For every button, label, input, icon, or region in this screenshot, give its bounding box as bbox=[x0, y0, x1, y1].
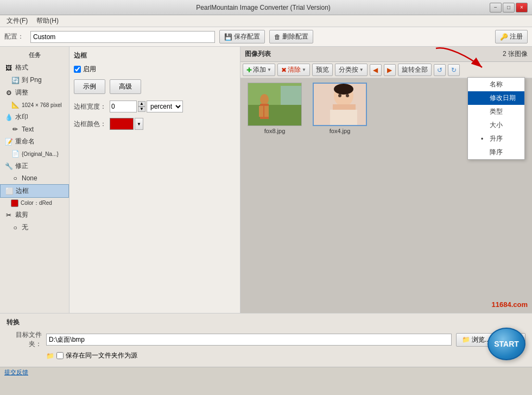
example-button[interactable]: 示例 bbox=[74, 79, 105, 94]
watermark-icon: 💧 bbox=[4, 113, 13, 122]
rotate-all-button[interactable]: 旋转全部 bbox=[398, 64, 432, 76]
enable-checkbox[interactable] bbox=[74, 66, 81, 73]
sort-type[interactable]: 类型 bbox=[468, 105, 524, 118]
sidebar-item-text[interactable]: ✏ Text bbox=[0, 123, 69, 135]
btn-row: 示例 高级 bbox=[74, 79, 236, 94]
sort-size[interactable]: 大小 bbox=[468, 118, 524, 132]
sidebar-item-format[interactable]: 🖼 格式 bbox=[0, 61, 69, 74]
sort-date[interactable]: 修改日期 bbox=[468, 91, 524, 105]
sidebar-item-fix[interactable]: 🔧 修正 bbox=[0, 160, 69, 172]
sidebar-item-none[interactable]: ○ None bbox=[0, 172, 69, 184]
spin-down[interactable]: ▼ bbox=[138, 106, 145, 112]
text-icon: ✏ bbox=[11, 125, 20, 134]
menu-file[interactable]: 文件(F) bbox=[2, 15, 32, 27]
image-item-fox4[interactable]: fox4.jpg bbox=[310, 83, 370, 134]
same-folder-check-row: 📁 保存在同一文件夹作为源 bbox=[46, 351, 137, 360]
sort-arrow-icon: ▼ bbox=[359, 67, 364, 72]
sidebar-item-color-dred[interactable]: Color：dRed bbox=[0, 198, 69, 209]
image-panel: 图像列表 2 张图像 ✚ 添加 ▼ ✖ 清除 ▼ bbox=[240, 47, 532, 313]
sidebar-item-to-png[interactable]: 🔄 到 Png bbox=[0, 74, 69, 86]
menu-help[interactable]: 帮助(H) bbox=[32, 15, 63, 27]
same-folder-checkbox[interactable] bbox=[56, 352, 64, 359]
rotate-ccw-button[interactable]: ↺ bbox=[434, 64, 446, 76]
svg-point-11 bbox=[334, 84, 353, 95]
svg-rect-6 bbox=[259, 106, 263, 117]
sidebar-item-border[interactable]: ⬜ 边框 bbox=[0, 184, 69, 198]
resolution-icon: 📐 bbox=[11, 101, 20, 109]
delete-config-button[interactable]: 🗑 删除配置 bbox=[269, 30, 313, 43]
sidebar-item-rename[interactable]: 📝 重命名 bbox=[0, 135, 69, 148]
spin-buttons: ▲ ▼ bbox=[138, 101, 145, 112]
sidebar-item-original[interactable]: 📄 {Original_Na...} bbox=[0, 148, 69, 160]
same-folder-row: 📁 保存在同一文件夹作为源 bbox=[7, 351, 525, 360]
sort-name[interactable]: 名称 bbox=[468, 78, 524, 91]
minimize-button[interactable]: − bbox=[490, 3, 502, 12]
svg-rect-12 bbox=[330, 110, 357, 126]
clear-button[interactable]: ✖ 清除 ▼ bbox=[277, 64, 310, 76]
sidebar-item-adjust[interactable]: ⚙ 调整 bbox=[0, 86, 69, 99]
image-panel-header: 图像列表 2 张图像 bbox=[240, 47, 532, 62]
border-color-wrap: ▼ bbox=[110, 118, 143, 130]
sidebar-item-crop[interactable]: ✂ 裁剪 bbox=[0, 209, 69, 221]
start-button[interactable]: START bbox=[487, 328, 525, 360]
nav-left-button[interactable]: ◀ bbox=[370, 64, 382, 76]
config-select[interactable] bbox=[30, 31, 215, 43]
add-arrow-icon: ▼ bbox=[267, 67, 271, 72]
fox8-thumbnail-svg bbox=[248, 83, 302, 126]
image-thumb-fox8 bbox=[248, 83, 302, 126]
border-width-row: 边框宽度： ▲ ▼ percent pixel bbox=[74, 101, 236, 112]
unit-select[interactable]: percent pixel bbox=[147, 101, 183, 112]
image-icon: 🔄 bbox=[11, 76, 20, 85]
image-label-fox4: fox4.jpg bbox=[330, 128, 351, 134]
register-icon: 🔑 bbox=[500, 33, 508, 41]
sidebar-item-none2[interactable]: ○ 无 bbox=[0, 221, 69, 234]
svg-rect-3 bbox=[281, 86, 302, 105]
delete-icon: 🗑 bbox=[274, 33, 281, 41]
rename-icon: 📝 bbox=[4, 137, 13, 146]
image-count: 2 张图像 bbox=[503, 49, 528, 59]
title-bar: PearlMountain Image Converter (Trial Ver… bbox=[0, 0, 532, 15]
sidebar-item-resolution[interactable]: 📐 1024 × 768 pixel bbox=[0, 99, 69, 111]
save-icon: 💾 bbox=[224, 33, 232, 41]
target-folder-input[interactable] bbox=[46, 334, 452, 346]
sort-asc[interactable]: • 升序 bbox=[468, 132, 524, 146]
close-button[interactable]: × bbox=[516, 3, 528, 12]
menu-bar: 文件(F) 帮助(H) bbox=[0, 15, 532, 27]
save-config-button[interactable]: 💾 保存配置 bbox=[219, 30, 265, 43]
image-panel-title: 图像列表 bbox=[245, 49, 271, 59]
border-color-button[interactable] bbox=[110, 118, 134, 130]
same-folder-label: 保存在同一文件夹作为源 bbox=[66, 351, 137, 360]
nav-right-button[interactable]: ▶ bbox=[384, 64, 396, 76]
clear-arrow-icon: ▼ bbox=[302, 67, 306, 72]
register-button[interactable]: 🔑 注册 bbox=[495, 30, 528, 43]
folder-icon: 📁 bbox=[462, 336, 470, 343]
sidebar-item-watermark[interactable]: 💧 水印 bbox=[0, 111, 69, 123]
feedback-link[interactable]: 提交反馈 bbox=[4, 368, 28, 377]
restore-button[interactable]: □ bbox=[503, 3, 515, 12]
svg-rect-2 bbox=[248, 105, 302, 126]
enable-row: 启用 bbox=[74, 65, 236, 74]
none-icon: ○ bbox=[11, 174, 20, 183]
add-icon: ✚ bbox=[246, 66, 252, 74]
sort-button[interactable]: 分类按 ▼ bbox=[335, 64, 368, 76]
none-icon2: ○ bbox=[11, 223, 20, 232]
convert-section-title: 转换 bbox=[7, 318, 525, 327]
border-icon: ⬜ bbox=[5, 187, 14, 196]
border-width-input[interactable] bbox=[110, 101, 137, 112]
target-folder-row: 目标文件夹： 📁 浏览... 打开 bbox=[7, 330, 525, 349]
image-toolbar: ✚ 添加 ▼ ✖ 清除 ▼ 预览 分类按 ▼ ◀ ▶ 旋转全部 ↺ ↻ bbox=[240, 62, 532, 78]
color-dropdown-arrow[interactable]: ▼ bbox=[135, 118, 143, 130]
sort-size-check bbox=[481, 122, 487, 129]
border-width-input-wrap: ▲ ▼ percent pixel bbox=[110, 101, 183, 112]
sort-type-check bbox=[481, 108, 487, 116]
sort-desc[interactable]: 降序 bbox=[468, 146, 524, 159]
spin-up[interactable]: ▲ bbox=[138, 101, 145, 106]
advanced-button[interactable]: 高级 bbox=[110, 79, 141, 94]
preview-button[interactable]: 预览 bbox=[312, 64, 333, 76]
rotate-cw-button[interactable]: ↻ bbox=[448, 64, 460, 76]
footer: 提交反馈 bbox=[0, 367, 532, 378]
add-button[interactable]: ✚ 添加 ▼ bbox=[243, 64, 275, 76]
window-title: PearlMountain Image Converter (Trial Ver… bbox=[37, 4, 490, 11]
svg-rect-7 bbox=[264, 106, 269, 117]
image-item-fox8[interactable]: fox8.jpg bbox=[245, 83, 305, 134]
